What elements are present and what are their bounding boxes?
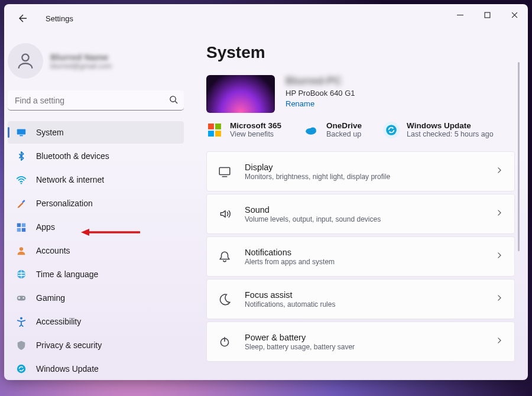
sidebar-item-network[interactable]: Network & internet bbox=[8, 168, 184, 191]
card-sub: Alerts from apps and system bbox=[245, 258, 335, 266]
status-pill-m365[interactable]: Microsoft 365 View benefits bbox=[206, 121, 281, 138]
main-panel: System Blurred-PC HP ProBook 640 G1 Rena… bbox=[187, 33, 528, 380]
sidebar-item-privacy[interactable]: Privacy & security bbox=[8, 334, 184, 356]
profile-name: Blurred Name bbox=[50, 52, 112, 62]
sidebar-item-system[interactable]: System bbox=[8, 121, 184, 144]
card-title: Focus assist bbox=[245, 290, 335, 300]
sidebar-item-label: Accounts bbox=[36, 246, 70, 255]
power-icon bbox=[218, 335, 232, 349]
scrollbar[interactable] bbox=[518, 62, 520, 251]
settings-card-notif[interactable]: Notifications Alerts from apps and syste… bbox=[206, 236, 515, 277]
shield-icon bbox=[16, 340, 27, 350]
sidebar-item-personalization[interactable]: Personalization bbox=[8, 192, 184, 215]
sidebar-item-apps[interactable]: Apps bbox=[8, 216, 184, 238]
status-pill-title: OneDrive bbox=[326, 121, 362, 130]
update-icon bbox=[383, 122, 400, 138]
minimize-button[interactable] bbox=[446, 4, 473, 25]
profile-block[interactable]: Blurred Name blurred@gmail.com bbox=[8, 43, 184, 82]
display-icon bbox=[218, 164, 232, 178]
status-pill-title: Microsoft 365 bbox=[230, 121, 281, 130]
brush-icon bbox=[16, 198, 27, 209]
profile-email: blurred@gmail.com bbox=[50, 62, 112, 70]
settings-card-sound[interactable]: Sound Volume levels, output, input, soun… bbox=[206, 194, 515, 234]
wifi-icon bbox=[16, 174, 27, 185]
chevron-right-icon bbox=[495, 251, 504, 262]
sidebar-item-time[interactable]: Time & language bbox=[8, 263, 184, 285]
rename-link[interactable]: Rename bbox=[286, 99, 314, 108]
card-title: Notifications bbox=[245, 248, 335, 257]
close-button[interactable] bbox=[501, 4, 528, 25]
sidebar-item-accessibility[interactable]: Accessibility bbox=[8, 310, 184, 333]
window-caption-buttons bbox=[446, 4, 528, 25]
card-title: Power & battery bbox=[245, 333, 355, 342]
chevron-right-icon bbox=[495, 294, 504, 304]
sound-icon bbox=[218, 207, 232, 221]
card-sub: Monitors, brightness, night light, displ… bbox=[245, 173, 390, 181]
chevron-right-icon bbox=[495, 336, 504, 347]
chevron-right-icon bbox=[495, 166, 504, 177]
status-row: Microsoft 365 View benefits OneDrive Bac… bbox=[206, 121, 515, 138]
page-heading: System bbox=[206, 43, 515, 62]
settings-card-power[interactable]: Power & battery Sleep, battery usage, ba… bbox=[206, 322, 515, 362]
sidebar-item-label: Network & internet bbox=[36, 175, 104, 184]
back-button[interactable] bbox=[11, 7, 34, 30]
monitor-icon bbox=[16, 127, 27, 138]
status-pill-title: Windows Update bbox=[407, 121, 494, 130]
svg-point-4 bbox=[22, 54, 28, 61]
card-title: Display bbox=[245, 163, 390, 172]
sidebar-item-label: Bluetooth & devices bbox=[36, 151, 109, 161]
sidebar-item-label: Accessibility bbox=[36, 317, 81, 326]
globe-icon bbox=[16, 269, 27, 280]
app-title: Settings bbox=[46, 14, 73, 23]
svg-point-5 bbox=[170, 96, 176, 102]
apps-icon bbox=[16, 222, 27, 232]
status-pill-sub: Last checked: 5 hours ago bbox=[407, 130, 494, 138]
device-name: Blurred-PC bbox=[286, 75, 355, 87]
search-input[interactable] bbox=[8, 90, 184, 111]
sidebar-item-bluetooth[interactable]: Bluetooth & devices bbox=[8, 145, 184, 167]
bluetooth-icon bbox=[16, 151, 27, 161]
sidebar-item-label: Windows Update bbox=[36, 364, 99, 374]
sidebar-item-label: System bbox=[36, 128, 64, 137]
access-icon bbox=[16, 316, 27, 327]
maximize-button[interactable] bbox=[473, 4, 501, 25]
settings-window: Settings Blurred Name blurred@gmail.com bbox=[4, 4, 528, 380]
device-model: HP ProBook 640 G1 bbox=[286, 89, 355, 98]
status-pill-sub: View benefits bbox=[230, 130, 281, 138]
settings-card-display[interactable]: Display Monitors, brightness, night ligh… bbox=[206, 151, 515, 191]
sidebar-item-label: Apps bbox=[36, 222, 55, 232]
card-title: Sound bbox=[245, 205, 381, 215]
status-pill-onedrive[interactable]: OneDrive Backed up bbox=[303, 121, 362, 138]
sidebar-item-label: Time & language bbox=[36, 270, 98, 279]
chevron-right-icon bbox=[495, 209, 504, 219]
sidebar-item-label: Personalization bbox=[36, 199, 93, 208]
bell-icon bbox=[218, 249, 232, 264]
sidebar-item-gaming[interactable]: Gaming bbox=[8, 287, 184, 309]
card-sub: Notifications, automatic rules bbox=[245, 300, 335, 309]
sidebar-item-label: Privacy & security bbox=[36, 340, 102, 350]
ms365-icon bbox=[206, 122, 223, 138]
svg-line-6 bbox=[175, 101, 177, 103]
sidebar-item-update[interactable]: Windows Update bbox=[8, 358, 184, 380]
settings-card-focus[interactable]: Focus assist Notifications, automatic ru… bbox=[206, 279, 515, 319]
settings-card-list: Display Monitors, brightness, night ligh… bbox=[206, 151, 515, 362]
sidebar-item-accounts[interactable]: Accounts bbox=[8, 239, 184, 262]
onedrive-icon bbox=[303, 122, 319, 138]
sidebar-nav: System Bluetooth & devices Network & int… bbox=[8, 121, 184, 380]
card-sub: Sleep, battery usage, battery saver bbox=[245, 343, 355, 351]
sidebar: Blurred Name blurred@gmail.com System Bl… bbox=[4, 33, 187, 380]
svg-rect-1 bbox=[485, 12, 490, 18]
gamepad-icon bbox=[16, 293, 27, 303]
update-icon bbox=[16, 363, 27, 374]
status-pill-sub: Backed up bbox=[326, 130, 362, 138]
person-icon bbox=[16, 245, 27, 256]
moon-icon bbox=[218, 292, 232, 306]
avatar-icon bbox=[8, 43, 43, 79]
device-block: Blurred-PC HP ProBook 640 G1 Rename bbox=[206, 75, 515, 113]
status-pill-wu[interactable]: Windows Update Last checked: 5 hours ago bbox=[383, 121, 494, 138]
sidebar-search bbox=[8, 90, 184, 111]
device-wallpaper[interactable] bbox=[206, 75, 275, 113]
card-sub: Volume levels, output, input, sound devi… bbox=[245, 215, 381, 223]
search-icon[interactable] bbox=[169, 95, 178, 106]
sidebar-item-label: Gaming bbox=[36, 293, 65, 303]
